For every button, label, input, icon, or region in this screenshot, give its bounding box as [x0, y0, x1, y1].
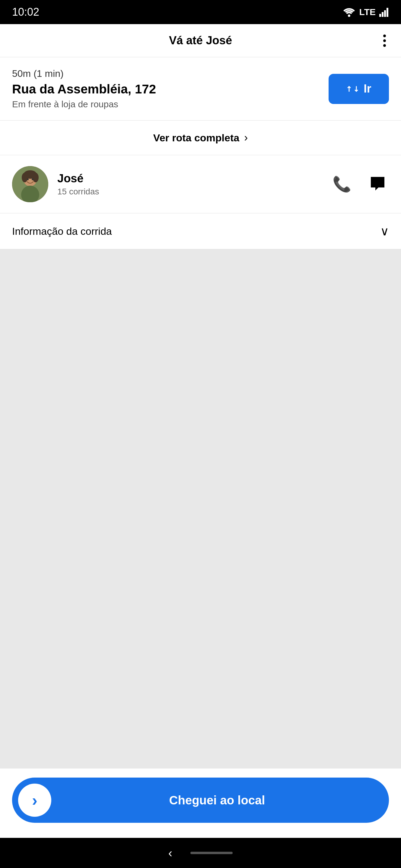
go-button[interactable]: Ir	[328, 74, 389, 104]
driver-name: José	[57, 172, 320, 185]
driver-section: José 15 corridas 📞	[0, 155, 401, 213]
route-landmark: Em frente à loja de roupas	[12, 99, 319, 110]
wifi-icon	[342, 7, 356, 17]
lte-label: LTE	[360, 7, 376, 17]
chat-icon	[369, 176, 386, 192]
map-area	[0, 249, 401, 769]
header: Vá até José	[0, 24, 401, 57]
message-button[interactable]	[366, 173, 389, 196]
more-options-button[interactable]	[380, 31, 389, 50]
route-info-section: 50m (1 min) Rua da Assembléia, 172 Em fr…	[0, 57, 401, 121]
svg-rect-2	[382, 12, 383, 17]
go-button-label: Ir	[364, 82, 371, 95]
status-time: 10:02	[12, 6, 39, 19]
driver-actions: 📞	[330, 173, 389, 196]
ride-info-label: Informação da corrida	[12, 225, 112, 237]
home-indicator[interactable]	[191, 852, 233, 854]
chevron-right-icon: ›	[244, 131, 248, 144]
bottom-section: › Cheguei ao local	[0, 769, 401, 838]
svg-rect-1	[379, 14, 381, 17]
view-route-section[interactable]: Ver rota completa ›	[0, 121, 401, 155]
driver-rides: 15 corridas	[57, 187, 320, 196]
dot-1	[383, 34, 386, 37]
back-button[interactable]: ‹	[168, 846, 172, 860]
driver-info: José 15 corridas	[57, 172, 320, 196]
ride-info-section[interactable]: Informação da corrida ∨	[0, 213, 401, 249]
back-icon: ‹	[168, 846, 172, 860]
route-text: 50m (1 min) Rua da Assembléia, 172 Em fr…	[12, 68, 319, 110]
svg-rect-3	[384, 10, 386, 17]
status-icons: LTE	[342, 7, 389, 17]
svg-rect-4	[386, 8, 388, 17]
bottom-nav-bar: ‹	[0, 838, 401, 868]
arrived-button-label: Cheguei ao local	[51, 794, 383, 807]
phone-icon: 📞	[333, 176, 351, 193]
route-distance: 50m (1 min)	[12, 68, 319, 79]
driver-avatar-image	[12, 166, 48, 202]
svg-point-12	[32, 179, 33, 180]
route-icon	[346, 82, 360, 96]
app-container: Vá até José 50m (1 min) Rua da Assembléi…	[0, 24, 401, 838]
page-title: Vá até José	[169, 34, 232, 47]
chevron-down-icon: ∨	[380, 224, 389, 238]
signal-icon	[379, 7, 389, 17]
arrived-btn-circle: ›	[18, 784, 51, 817]
dot-2	[383, 39, 386, 42]
chevron-right-icon: ›	[32, 791, 37, 809]
svg-point-8	[22, 173, 28, 182]
view-route-label: Ver rota completa	[153, 132, 239, 144]
call-button[interactable]: 📞	[330, 173, 354, 196]
svg-point-11	[27, 179, 29, 180]
avatar	[12, 166, 48, 202]
status-bar: 10:02 LTE	[0, 0, 401, 24]
svg-point-9	[33, 173, 39, 182]
svg-point-0	[348, 14, 350, 17]
route-address: Rua da Assembléia, 172	[12, 82, 319, 97]
dot-3	[383, 44, 386, 47]
arrived-button[interactable]: › Cheguei ao local	[12, 778, 389, 823]
